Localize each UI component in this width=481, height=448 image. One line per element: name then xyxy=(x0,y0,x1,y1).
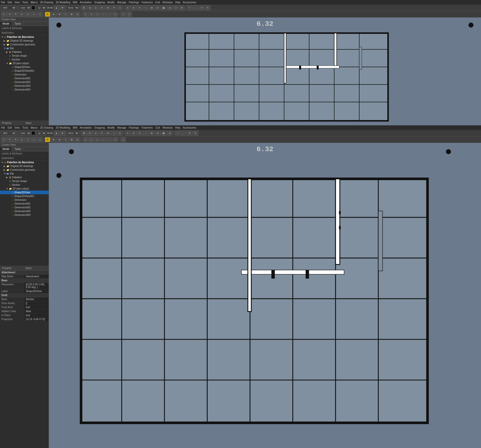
r2t6[interactable]: ▭ xyxy=(31,12,37,17)
bottom-tree-terrain[interactable]: ⬡ Terrain shape xyxy=(0,179,49,183)
menu-macro[interactable]: Macro xyxy=(31,1,38,4)
color-btn[interactable] xyxy=(31,6,35,10)
r2t8[interactable]: ✦ xyxy=(45,12,50,17)
b-menu-2ddrawing[interactable]: 2D Drawing xyxy=(40,126,53,129)
t3-btn[interactable]: ⊕ xyxy=(105,5,111,10)
b-t9[interactable]: ↑↓ xyxy=(143,131,149,136)
b-r2t10[interactable]: ⊗ xyxy=(57,137,62,142)
b-auto-dropdown[interactable]: Auto xyxy=(18,131,31,135)
top-tree-dim[interactable]: ↔ Dimension xyxy=(0,73,49,76)
b-r2t16[interactable]: ⬡ xyxy=(95,137,100,142)
b-r2t9[interactable]: ⊕ xyxy=(51,137,56,142)
b-down-btn[interactable]: ▼ xyxy=(60,131,65,136)
r2t13[interactable]: ⊡ xyxy=(75,12,80,17)
r2t12[interactable]: ⊞ xyxy=(69,12,74,17)
b-menu-tools[interactable]: Tools xyxy=(22,126,28,129)
top-tree-construction[interactable]: ▶ 📁 Construction geometry xyxy=(0,43,49,46)
b-menu-macro[interactable]: Macro xyxy=(31,126,38,129)
menu-civil[interactable]: Civil xyxy=(155,1,160,4)
top-tree-dim003[interactable]: ↔ Dimension003 xyxy=(0,84,49,88)
b-menu-windows[interactable]: Windows xyxy=(163,126,173,129)
top-tree-terrain[interactable]: ⬡ Terrain shape xyxy=(0,54,49,58)
top-tree-shape2dview[interactable]: ⬡ Shape2DView xyxy=(0,65,49,69)
bottom-tree-original2d[interactable]: ▶ 📁 Original 2D drawings xyxy=(0,164,49,168)
b-r2t20[interactable]: ⬡ xyxy=(121,137,126,142)
t17[interactable]: - xyxy=(193,5,198,10)
b-r2t4[interactable]: ⊙ xyxy=(19,137,25,142)
b-grid-btn[interactable]: ⊞ xyxy=(81,131,87,136)
bottom-tree-section[interactable]: ✂ Section xyxy=(0,183,49,187)
menu-2ddrawing[interactable]: 2D Drawing xyxy=(40,1,53,4)
menu-annotation[interactable]: Annotation xyxy=(80,1,92,4)
b-menu-3dmodelling[interactable]: 3D Modelling xyxy=(56,126,70,129)
bottom-tree-dim004[interactable]: ↔ Dimension004 xyxy=(0,213,49,217)
r2t3[interactable]: ↻ xyxy=(13,12,19,17)
top-tree-2dplan[interactable]: ▼ 📁 2D plan output xyxy=(0,61,49,65)
b-t15[interactable]: - xyxy=(181,131,186,136)
b-t3-btn[interactable]: ⊕ xyxy=(105,131,111,136)
up-btn[interactable]: ▲ xyxy=(54,5,59,10)
t8[interactable]: ⇕ xyxy=(137,5,143,10)
t5-btn[interactable]: ⬡ xyxy=(117,5,123,10)
b-r2t5[interactable]: ⬡ xyxy=(25,137,31,142)
top-tab-model[interactable]: Model xyxy=(0,22,12,26)
b-none-dropdown[interactable]: None xyxy=(66,131,79,135)
b-t16[interactable]: ↺ xyxy=(187,131,192,136)
bottom-tab-tasks[interactable]: Tasks xyxy=(12,147,24,151)
t16[interactable]: + xyxy=(187,5,192,10)
b-r2t18[interactable]: – xyxy=(107,137,112,142)
snap-btn[interactable]: ⊡ xyxy=(87,5,93,10)
top-tree-dim002[interactable]: ↔ Dimension002 xyxy=(0,80,49,84)
t4-btn[interactable]: ✦ xyxy=(111,5,117,10)
menu-fasteners[interactable]: Fasteners xyxy=(142,1,153,4)
r2t21[interactable]: ⬡ xyxy=(127,12,132,17)
b-t14[interactable]: + xyxy=(175,131,180,136)
b-menu-fasteners[interactable]: Fasteners xyxy=(142,126,153,129)
top-tree-dim001[interactable]: ↔ Dimension001 xyxy=(0,76,49,80)
bottom-tree-root[interactable]: ▼ 🗂 Pabellon de Barcelona xyxy=(0,160,49,164)
b-menu-snapping[interactable]: Snapping xyxy=(94,126,105,129)
b-r2t12[interactable]: ⊞ xyxy=(69,137,74,142)
r2t7[interactable]: ◇ xyxy=(37,12,43,17)
b-snap-btn[interactable]: ⊡ xyxy=(87,131,93,136)
b-t12[interactable]: ▦ xyxy=(161,131,167,136)
b-r2t2[interactable]: ✎ xyxy=(7,137,13,142)
r2t2[interactable]: ✎ xyxy=(7,12,13,17)
b-r2t17[interactable]: — xyxy=(101,137,106,142)
menu-flamingo[interactable]: Flamingo xyxy=(129,1,139,4)
b-r2t15[interactable]: ⬡ xyxy=(89,137,94,142)
r2t5[interactable]: ⬡ xyxy=(25,12,31,17)
r2t14[interactable]: ⬡ xyxy=(83,12,88,17)
bottom-tree-construction[interactable]: ▶ 📁 Construction geometry xyxy=(0,168,49,172)
menu-help[interactable]: Help xyxy=(175,1,180,4)
b-menu-modify[interactable]: Modify xyxy=(107,126,115,129)
b-r2t13[interactable]: ⊡ xyxy=(75,137,80,142)
t6[interactable]: A xyxy=(125,5,131,10)
b-r2t3[interactable]: ↻ xyxy=(13,137,19,142)
r2t19[interactable]: ⬡ xyxy=(113,12,118,17)
b-t10[interactable]: ⊞ xyxy=(149,131,155,136)
b-bim-mode-dropdown[interactable]: BIM xyxy=(1,131,16,135)
bottom-tree-site[interactable]: ▼ 🏔 Site xyxy=(0,172,49,175)
t14[interactable]: ⬡ xyxy=(173,5,179,10)
top-tree-original2d[interactable]: ▶ 📁 Original 2D drawings xyxy=(0,39,49,43)
top-tree-root[interactable]: ▼ 🗂 Pabellon de Barcelona xyxy=(0,35,49,39)
scale-dropdown[interactable]: 1p xyxy=(36,6,46,10)
b-t5-btn[interactable]: ⊙ xyxy=(117,131,123,136)
t7[interactable]: S xyxy=(131,5,137,10)
b-t13[interactable]: ◎ xyxy=(167,131,173,136)
top-tree-site[interactable]: ▼ 🏔 Site xyxy=(0,46,49,50)
b-r2t19[interactable]: ⬡ xyxy=(113,137,118,142)
t19[interactable]: ↻ xyxy=(205,5,210,10)
bottom-tree-pabellon[interactable]: ▶ 🏛 Pabellon xyxy=(0,175,49,179)
bottom-tree-shape2dview001[interactable]: ⬡ Shape2DView001 xyxy=(0,194,49,198)
b-up-btn[interactable]: ▲ xyxy=(54,131,59,136)
t2-btn[interactable]: ✕ xyxy=(99,5,105,10)
b-t7[interactable]: S xyxy=(131,131,137,136)
r2t4[interactable]: ⊙ xyxy=(19,12,25,17)
t11[interactable]: ⊡ xyxy=(155,5,161,10)
b-menu-annotation[interactable]: Annotation xyxy=(80,126,92,129)
t10[interactable]: ⊞ xyxy=(149,5,155,10)
b-r2t11[interactable]: ⬡ xyxy=(63,137,68,142)
bottom-tree-2dplan[interactable]: ▼ 📁 2D plan output xyxy=(0,187,49,191)
